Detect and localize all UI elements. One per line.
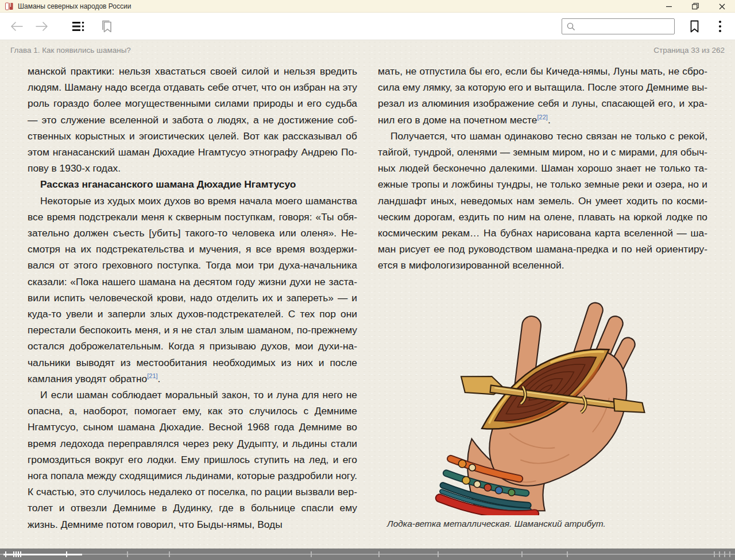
app-book-icon	[5, 2, 13, 10]
chapter-tick	[20, 551, 21, 557]
chapter-tick	[127, 551, 128, 557]
chapter-tick	[724, 551, 725, 557]
bookmarks-list-button[interactable]	[97, 17, 117, 36]
chapter-tick	[719, 551, 720, 557]
paragraph-text: Некоторые из худых моих духов во время н…	[28, 195, 357, 384]
paragraph: И если шаман соблюдает моральный закон, …	[28, 387, 357, 532]
restore-icon	[692, 3, 699, 10]
chapter-tick	[169, 551, 170, 557]
chapter-tick	[66, 551, 67, 557]
toc-button[interactable]	[69, 17, 88, 36]
boat-in-hand-illustration	[407, 294, 679, 515]
chapter-label: Глава 1. Как появились шаманы?	[10, 46, 131, 55]
chapter-tick	[378, 551, 380, 557]
search-input[interactable]	[579, 20, 680, 33]
page-indicator: Страница 33 из 262	[653, 46, 725, 55]
bookmark-button[interactable]	[684, 17, 704, 36]
figure	[378, 293, 707, 516]
chapter-tick	[521, 551, 523, 557]
forward-button[interactable]	[32, 17, 52, 36]
bookmarks-outline-icon	[102, 20, 112, 33]
chapter-tick	[18, 551, 19, 557]
footnote-ref-22[interactable]: [22]	[537, 114, 548, 120]
paragraph: Некоторые из худых моих духов во время н…	[28, 193, 357, 387]
chapter-tick	[13, 551, 14, 557]
toc-icon	[72, 21, 85, 32]
main-toolbar	[0, 13, 735, 40]
search-icon	[567, 22, 575, 31]
footnote-ref-21[interactable]: [21]	[147, 372, 157, 379]
reading-pane: Глава 1. Как появились шаманы? Страница …	[0, 40, 735, 560]
search-box[interactable]	[562, 18, 675, 34]
back-arrow-icon	[10, 21, 23, 32]
close-button[interactable]	[709, 0, 735, 13]
figure-caption: Лодка-ветка металлическая. Шаманский атр…	[378, 516, 707, 532]
paragraph-tail: .	[548, 114, 551, 126]
section-heading: Рассказ нганасанского шамана Дюхадие Нга…	[28, 176, 357, 192]
paragraph-tail: .	[158, 373, 161, 384]
minimize-button[interactable]	[656, 0, 682, 13]
bookmark-icon	[690, 20, 699, 33]
ellipsis-icon	[718, 20, 722, 33]
menu-button[interactable]	[710, 17, 730, 36]
chapter-tick	[5, 551, 6, 557]
progress-bar[interactable]	[0, 549, 735, 560]
window-titlebar: Шаманы северных народов России	[0, 0, 735, 13]
chapter-tick	[311, 551, 312, 557]
paragraph: манской практики: нельзя хвастаться свое…	[28, 63, 357, 176]
paragraph: Получается, что шаман одинаково тесно св…	[378, 128, 707, 274]
chapter-tick	[438, 551, 439, 557]
app-window: { "window": { "title": "Шаманы северных …	[0, 0, 735, 560]
maximize-button[interactable]	[682, 0, 709, 13]
chapter-tick	[729, 551, 730, 557]
progress-track	[0, 554, 735, 555]
right-column: мать, не отпустила бы его, если бы Кичед…	[378, 63, 707, 532]
window-title: Шаманы северных народов России	[18, 2, 131, 10]
chapter-tick	[16, 551, 17, 557]
forward-arrow-icon	[36, 21, 48, 32]
back-button[interactable]	[7, 17, 26, 36]
close-icon	[719, 3, 725, 10]
chapter-tick	[714, 551, 715, 557]
chapter-tick	[567, 551, 568, 557]
paragraph: мать, не отпустила бы его, если бы Кичед…	[378, 63, 707, 128]
left-column: манской практики: нельзя хвастаться свое…	[28, 63, 357, 532]
